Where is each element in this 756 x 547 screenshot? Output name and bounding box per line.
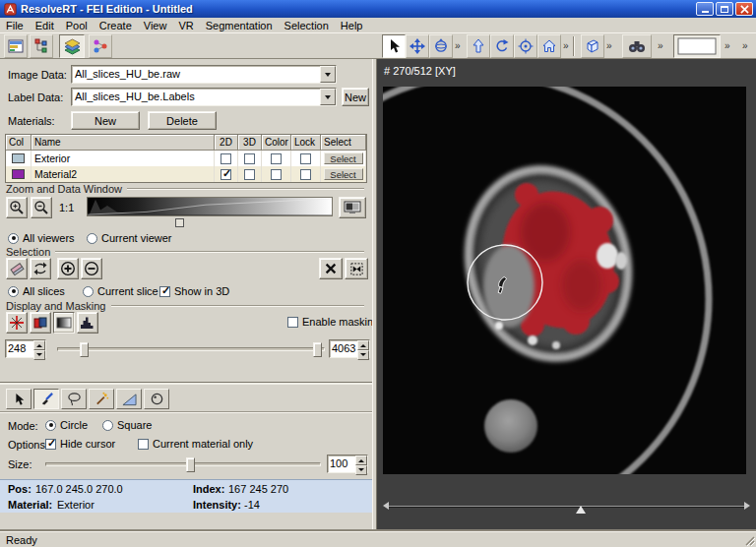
- material-color-checkbox[interactable]: [271, 153, 282, 164]
- toolbar-overflow-chevron[interactable]: »: [606, 40, 612, 51]
- size-slider-track[interactable]: [45, 462, 321, 466]
- slice-slider[interactable]: [377, 498, 756, 516]
- hide-cursor-checkbox[interactable]: Hide cursor: [45, 438, 115, 450]
- tab-brush-tool[interactable]: [33, 389, 59, 409]
- range-min-spinner[interactable]: 248: [5, 339, 46, 358]
- radio-icon[interactable]: [102, 420, 113, 431]
- crosshair-toggle-button[interactable]: [6, 312, 28, 334]
- materials-delete-button[interactable]: Delete: [148, 111, 217, 130]
- pointer-tool-button[interactable]: [382, 34, 406, 58]
- minimize-button[interactable]: [696, 2, 714, 16]
- slice-viewer[interactable]: # 270/512 [XY]: [377, 59, 756, 531]
- colormap-button[interactable]: [53, 312, 75, 334]
- spin-up-button[interactable]: [33, 340, 45, 350]
- material-2d-checkbox[interactable]: [220, 153, 231, 164]
- close-button[interactable]: [735, 2, 753, 16]
- radio-icon[interactable]: [45, 420, 56, 431]
- tree-view-button[interactable]: [30, 34, 53, 58]
- toolbar-overflow-chevron[interactable]: »: [563, 40, 569, 51]
- toolbar-overflow-chevron[interactable]: »: [455, 40, 461, 51]
- graph-view-button[interactable]: [89, 34, 112, 58]
- rotate-view-button[interactable]: [490, 34, 514, 58]
- tab-lasso-tool[interactable]: [61, 389, 87, 409]
- material-3d-checkbox[interactable]: [244, 169, 255, 180]
- tab-blow-tool[interactable]: [144, 389, 169, 409]
- toolbar-overflow-chevron[interactable]: »: [658, 40, 663, 51]
- range-slider-track[interactable]: [57, 347, 325, 351]
- current-viewer-radio[interactable]: Current viewer: [87, 232, 172, 244]
- checkbox-icon[interactable]: [138, 439, 149, 450]
- data-window-widget[interactable]: [87, 197, 333, 230]
- titlebar[interactable]: ResolveRT - FEI Edition - Untitled: [0, 0, 756, 18]
- range-max-value[interactable]: 4063: [330, 340, 357, 357]
- pan-tool-button[interactable]: [406, 34, 429, 58]
- radio-icon[interactable]: [8, 286, 19, 297]
- size-slider-thumb[interactable]: [186, 457, 195, 472]
- current-slice-radio[interactable]: Current slice: [83, 285, 158, 297]
- label-data-combo[interactable]: All_slices_HU_be.Labels: [71, 88, 337, 106]
- spin-up-button[interactable]: [357, 340, 369, 350]
- fit-to-selection-button[interactable]: [345, 258, 368, 279]
- single-viewport-layout-button[interactable]: [673, 34, 721, 58]
- radio-icon[interactable]: [8, 233, 19, 244]
- slider-left-arrow-icon[interactable]: [379, 502, 389, 510]
- slice-slider-thumb[interactable]: [576, 501, 586, 514]
- menu-edit[interactable]: Edit: [30, 19, 60, 32]
- range-max-spinner[interactable]: 4063: [329, 339, 370, 358]
- menu-selection[interactable]: Selection: [279, 19, 335, 32]
- material-lock-checkbox[interactable]: [300, 169, 311, 180]
- material-color-swatch[interactable]: [12, 169, 25, 179]
- all-viewers-radio[interactable]: All viewers: [8, 232, 75, 244]
- material-lock-checkbox[interactable]: [300, 153, 311, 164]
- material-name[interactable]: Material2: [32, 166, 215, 182]
- tab-magic-wand-tool[interactable]: [89, 389, 114, 409]
- radio-icon[interactable]: [87, 233, 97, 244]
- trackball-tool-button[interactable]: [429, 34, 453, 58]
- enable-masking-checkbox[interactable]: Enable masking: [287, 316, 379, 328]
- material-color-swatch[interactable]: [12, 153, 25, 163]
- translate-up-button[interactable]: [467, 34, 490, 58]
- menu-pool[interactable]: Pool: [60, 19, 94, 32]
- histogram-button[interactable]: [77, 312, 98, 334]
- material-2d-checkbox[interactable]: [220, 169, 231, 180]
- image-data-dropdown-button[interactable]: [320, 66, 336, 83]
- spin-down-button[interactable]: [357, 350, 369, 360]
- material-3d-checkbox[interactable]: [244, 153, 255, 164]
- size-spinner[interactable]: 100: [327, 455, 368, 473]
- zoom-out-button[interactable]: [31, 197, 52, 218]
- ct-slice-canvas[interactable]: [383, 87, 746, 474]
- label-data-dropdown-button[interactable]: [320, 89, 336, 105]
- menu-help[interactable]: Help: [335, 19, 369, 32]
- segmentation-editor-button[interactable]: [59, 34, 85, 58]
- resize-grip[interactable]: [742, 533, 755, 546]
- image-data-combo[interactable]: All_slices_HU_be.raw: [71, 65, 337, 84]
- mode-circle-radio[interactable]: Circle: [45, 419, 88, 431]
- tab-pick-tool[interactable]: [6, 389, 32, 409]
- spin-down-button[interactable]: [33, 350, 45, 360]
- shrink-selection-button[interactable]: [81, 258, 102, 279]
- toolbar-overflow-chevron[interactable]: »: [724, 40, 730, 51]
- pool-view-button[interactable]: [4, 34, 28, 58]
- material-row-exterior[interactable]: Exterior Select: [6, 151, 366, 166]
- toolbar-overflow-chevron[interactable]: »: [742, 40, 748, 51]
- label-color-toggle-button[interactable]: [30, 312, 51, 334]
- range-slider-min-thumb[interactable]: [80, 342, 89, 357]
- material-row-material2[interactable]: Material2 Select: [6, 166, 366, 182]
- menu-create[interactable]: Create: [94, 19, 138, 32]
- spin-down-button[interactable]: [355, 465, 367, 475]
- material-select-button[interactable]: Select: [324, 168, 363, 180]
- delete-selection-button[interactable]: [319, 258, 343, 279]
- grow-selection-button[interactable]: [57, 258, 79, 279]
- display-range-button[interactable]: [339, 197, 366, 218]
- data-window-slider[interactable]: [87, 216, 333, 229]
- spin-up-button[interactable]: [355, 456, 367, 465]
- all-slices-radio[interactable]: All slices: [8, 285, 65, 297]
- view-all-button[interactable]: [622, 34, 652, 58]
- current-material-only-checkbox[interactable]: Current material only: [138, 438, 253, 450]
- checkbox-icon[interactable]: [45, 439, 56, 450]
- mode-square-radio[interactable]: Square: [102, 419, 152, 431]
- tab-threshold-tool[interactable]: [116, 389, 142, 409]
- radio-icon[interactable]: [83, 286, 94, 297]
- menu-file[interactable]: File: [0, 19, 30, 32]
- invert-selection-button[interactable]: [30, 258, 51, 279]
